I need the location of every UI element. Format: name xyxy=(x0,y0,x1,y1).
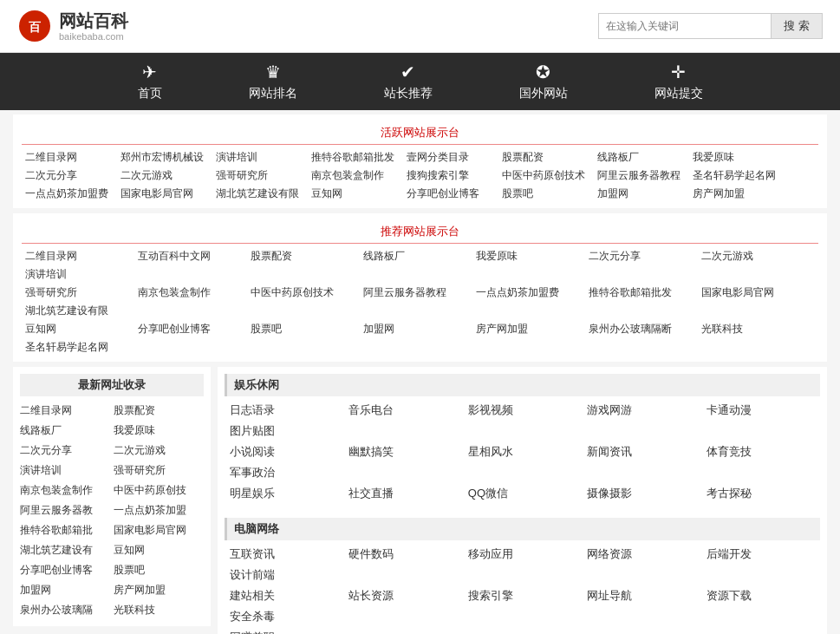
nav-item-网站提交[interactable]: ✛网站提交 xyxy=(611,53,746,110)
category-item[interactable]: 资源下载 xyxy=(701,585,820,606)
active-site-link[interactable]: 演讲培训 xyxy=(212,148,308,167)
category-item[interactable]: 网址导航 xyxy=(582,585,700,606)
rec-site-link[interactable]: 国家电影局官网 xyxy=(698,284,811,302)
rec-site-link[interactable]: 演讲培训 xyxy=(22,265,134,284)
category-item[interactable]: 军事政治 xyxy=(225,462,343,483)
active-site-link[interactable]: 我爱原味 xyxy=(689,148,785,167)
nav-item-网站排名[interactable]: ♛网站排名 xyxy=(205,53,341,110)
category-item[interactable]: 图片贴图 xyxy=(225,421,343,441)
active-site-link[interactable]: 阿里云服务器教程 xyxy=(594,167,689,185)
active-site-link[interactable]: 郑州市宏博机械设 xyxy=(117,148,212,167)
active-site-link[interactable]: 国家电影局官网 xyxy=(117,185,212,203)
active-site-link[interactable]: 推特谷歌邮箱批发 xyxy=(308,148,403,167)
category-item[interactable]: 互联资讯 xyxy=(225,544,343,565)
rec-site-link[interactable]: 线路板厂 xyxy=(360,247,472,265)
new-site-item[interactable]: 演讲培训 xyxy=(20,461,110,480)
rec-site-link[interactable]: 强哥研究所 xyxy=(22,284,134,302)
rec-site-link[interactable]: 一点点奶茶加盟费 xyxy=(472,284,585,302)
active-site-link[interactable]: 豆知网 xyxy=(308,185,403,203)
nav-item-国外网站[interactable]: ✪国外网站 xyxy=(476,53,611,110)
new-site-item[interactable]: 线路板厂 xyxy=(20,422,110,440)
rec-site-link[interactable]: 二次元分享 xyxy=(585,247,698,265)
rec-site-link[interactable]: 南京包装盒制作 xyxy=(134,284,247,302)
new-site-item[interactable]: 泉州办公玻璃隔 xyxy=(20,601,110,619)
category-item[interactable]: 移动应用 xyxy=(463,544,582,565)
category-item[interactable]: 幽默搞笑 xyxy=(343,441,462,462)
new-site-item[interactable]: 强哥研究所 xyxy=(114,461,204,480)
category-item[interactable]: 社交直播 xyxy=(343,483,462,504)
active-site-link[interactable]: 湖北筑艺建设有限 xyxy=(212,185,308,203)
active-site-link[interactable]: 南京包装盒制作 xyxy=(308,167,403,185)
category-item[interactable]: 网赚兼职 xyxy=(225,627,343,634)
active-site-link[interactable]: 线路板厂 xyxy=(594,148,689,167)
rec-site-link[interactable]: 豆知网 xyxy=(22,320,134,338)
rec-site-link[interactable]: 二维目录网 xyxy=(22,247,134,265)
category-item[interactable]: 安全杀毒 xyxy=(225,606,343,627)
rec-site-link[interactable]: 湖北筑艺建设有限 xyxy=(22,302,134,320)
rec-site-link[interactable]: 推特谷歌邮箱批发 xyxy=(585,284,698,302)
new-site-item[interactable]: 股票吧 xyxy=(114,561,204,579)
new-site-item[interactable]: 光联科技 xyxy=(114,601,204,619)
active-site-link[interactable]: 二维目录网 xyxy=(22,148,117,167)
category-item[interactable]: 小说阅读 xyxy=(225,441,343,462)
active-site-link[interactable]: 分享吧创业博客 xyxy=(403,185,498,203)
category-item[interactable]: 搜索引擎 xyxy=(463,585,582,606)
category-item[interactable]: 体育竞技 xyxy=(701,441,820,462)
rec-site-link[interactable]: 分享吧创业博客 xyxy=(134,320,247,338)
new-site-item[interactable]: 一点点奶茶加盟 xyxy=(114,501,204,520)
category-item[interactable]: 硬件数码 xyxy=(343,544,462,565)
rec-site-link[interactable]: 圣名轩易学起名网 xyxy=(22,338,134,356)
rec-site-link[interactable]: 我爱原味 xyxy=(472,247,585,265)
category-item[interactable]: 站长资源 xyxy=(343,585,462,606)
new-site-item[interactable]: 二维目录网 xyxy=(20,402,110,420)
new-site-item[interactable]: 中医中药原创技 xyxy=(114,481,204,500)
active-site-link[interactable]: 二次元分享 xyxy=(22,167,117,185)
active-site-link[interactable]: 二次元游戏 xyxy=(117,167,212,185)
new-site-item[interactable]: 国家电影局官网 xyxy=(114,521,204,539)
search-button[interactable]: 搜 索 xyxy=(772,13,823,39)
category-item[interactable]: 日志语录 xyxy=(225,400,343,421)
category-item[interactable]: 设计前端 xyxy=(225,565,343,585)
active-site-link[interactable]: 圣名轩易学起名网 xyxy=(689,167,785,185)
rec-site-link[interactable]: 互动百科中文网 xyxy=(134,247,247,265)
active-site-link[interactable]: 中医中药原创技术 xyxy=(498,167,594,185)
active-site-link[interactable]: 加盟网 xyxy=(594,185,689,203)
category-item[interactable]: 摄像摄影 xyxy=(582,483,700,504)
active-site-link[interactable]: 股票配资 xyxy=(498,148,594,167)
new-site-item[interactable]: 豆知网 xyxy=(114,541,204,559)
active-site-link[interactable]: 搜狗搜索引擎 xyxy=(403,167,498,185)
category-item[interactable]: 网络资源 xyxy=(582,544,700,565)
new-site-item[interactable]: 湖北筑艺建设有 xyxy=(20,541,110,559)
category-item[interactable]: 新闻资讯 xyxy=(582,441,700,462)
category-item[interactable]: 考古探秘 xyxy=(701,483,820,504)
active-site-link[interactable]: 一点点奶茶加盟费 xyxy=(22,185,117,203)
category-item[interactable]: 明星娱乐 xyxy=(225,483,343,504)
new-site-item[interactable]: 加盟网 xyxy=(20,581,110,599)
new-site-item[interactable]: 二次元分享 xyxy=(20,441,110,460)
rec-site-link[interactable]: 光联科技 xyxy=(698,320,811,338)
rec-site-link[interactable]: 中医中药原创技术 xyxy=(247,284,360,302)
search-input[interactable] xyxy=(598,13,772,39)
category-item[interactable]: 后端开发 xyxy=(701,544,820,565)
rec-site-link[interactable]: 阿里云服务器教程 xyxy=(360,284,472,302)
new-site-item[interactable]: 阿里云服务器教 xyxy=(20,501,110,520)
category-item[interactable]: 建站相关 xyxy=(225,585,343,606)
new-site-item[interactable]: 南京包装盒制作 xyxy=(20,481,110,500)
category-item[interactable]: 卡通动漫 xyxy=(701,400,820,421)
new-site-item[interactable]: 分享吧创业博客 xyxy=(20,561,110,579)
new-site-item[interactable]: 房产网加盟 xyxy=(114,581,204,599)
rec-site-link[interactable]: 房产网加盟 xyxy=(472,320,585,338)
active-site-link[interactable]: 强哥研究所 xyxy=(212,167,308,185)
active-site-link[interactable]: 股票吧 xyxy=(498,185,594,203)
rec-site-link[interactable]: 泉州办公玻璃隔断 xyxy=(585,320,698,338)
rec-site-link[interactable]: 股票配资 xyxy=(247,247,360,265)
new-site-item[interactable]: 推特谷歌邮箱批 xyxy=(20,521,110,539)
active-site-link[interactable]: 房产网加盟 xyxy=(689,185,785,203)
category-item[interactable]: 星相风水 xyxy=(463,441,582,462)
new-site-item[interactable]: 股票配资 xyxy=(114,402,204,420)
new-site-item[interactable]: 二次元游戏 xyxy=(114,441,204,460)
category-item[interactable]: QQ微信 xyxy=(463,483,582,504)
rec-site-link[interactable]: 股票吧 xyxy=(247,320,360,338)
category-item[interactable]: 游戏网游 xyxy=(582,400,700,421)
category-item[interactable]: 影视视频 xyxy=(463,400,582,421)
